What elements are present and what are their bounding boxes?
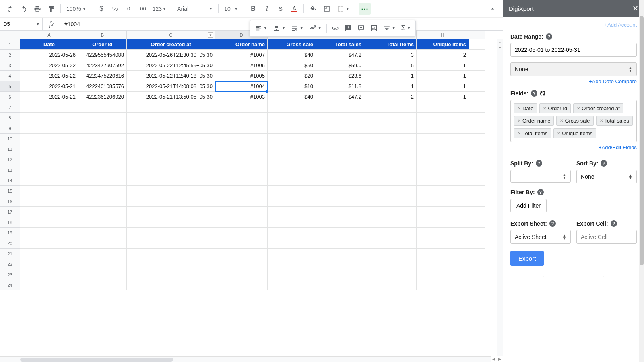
empty-cell[interactable]: [20, 165, 78, 175]
empty-cell[interactable]: [215, 196, 268, 207]
empty-cell[interactable]: [316, 238, 364, 249]
empty-cell[interactable]: [268, 196, 316, 207]
print-button[interactable]: [31, 3, 43, 15]
empty-cell[interactable]: [127, 102, 215, 113]
row-header[interactable]: 22: [0, 259, 20, 269]
column-header[interactable]: C▼: [127, 31, 215, 39]
empty-cell[interactable]: [78, 280, 127, 290]
data-cell[interactable]: 2022-05-26: [20, 50, 78, 60]
empty-cell[interactable]: [417, 113, 469, 123]
font-family-select[interactable]: Arial▼: [175, 6, 215, 12]
empty-cell[interactable]: [417, 123, 469, 134]
data-cell[interactable]: 1: [417, 81, 469, 92]
field-chip[interactable]: ✕Order name: [514, 116, 554, 126]
row-header[interactable]: 13: [0, 165, 20, 175]
empty-cell[interactable]: [364, 134, 417, 144]
empty-cell[interactable]: [364, 175, 417, 186]
empty-cell[interactable]: [316, 228, 364, 238]
empty-cell[interactable]: [316, 123, 364, 134]
help-icon[interactable]: ?: [531, 90, 537, 97]
empty-cell[interactable]: [364, 249, 417, 259]
empty-cell[interactable]: [364, 123, 417, 134]
empty-cell[interactable]: [364, 186, 417, 196]
empty-cell[interactable]: [20, 238, 78, 249]
empty-cell[interactable]: [127, 196, 215, 207]
empty-cell[interactable]: [364, 207, 417, 217]
empty-cell[interactable]: [215, 186, 268, 196]
link-button[interactable]: [329, 22, 341, 34]
borders-button[interactable]: [321, 3, 333, 15]
merge-cells-button[interactable]: ▼: [334, 5, 352, 12]
empty-cell[interactable]: [215, 217, 268, 228]
empty-cell[interactable]: [127, 134, 215, 144]
empty-cell[interactable]: [215, 123, 268, 134]
empty-cell[interactable]: [78, 113, 127, 123]
rotate-button[interactable]: ▼: [307, 25, 324, 32]
empty-cell[interactable]: [268, 134, 316, 144]
empty-cell[interactable]: [316, 196, 364, 207]
undo-button[interactable]: [4, 3, 16, 15]
data-cell[interactable]: 2022-05-21T13:50:05+05:30: [127, 92, 215, 102]
empty-cell[interactable]: [78, 144, 127, 154]
empty-cell[interactable]: [268, 175, 316, 186]
fill-color-button[interactable]: [307, 3, 319, 15]
data-cell[interactable]: 2022-05-22: [20, 60, 78, 71]
empty-cell[interactable]: [20, 123, 78, 134]
row-header[interactable]: 10: [0, 134, 20, 144]
empty-cell[interactable]: [316, 186, 364, 196]
empty-cell[interactable]: [316, 280, 364, 290]
empty-cell[interactable]: [127, 207, 215, 217]
data-cell[interactable]: 2022-05-21: [20, 81, 78, 92]
empty-cell[interactable]: [268, 238, 316, 249]
empty-cell[interactable]: [20, 207, 78, 217]
column-header[interactable]: A: [20, 31, 78, 39]
empty-cell[interactable]: [20, 102, 78, 113]
add-date-compare-link[interactable]: +Add Date Compare: [589, 78, 637, 84]
split-by-select[interactable]: ▲▼: [510, 170, 571, 183]
data-cell[interactable]: 4229555454088: [78, 50, 127, 60]
functions-button[interactable]: Σ▼: [399, 24, 413, 32]
empty-cell[interactable]: [215, 259, 268, 269]
chip-remove-icon[interactable]: ✕: [557, 131, 560, 136]
empty-cell[interactable]: [215, 134, 268, 144]
empty-cell[interactable]: [316, 102, 364, 113]
empty-cell[interactable]: [20, 144, 78, 154]
empty-cell[interactable]: [268, 259, 316, 269]
empty-cell[interactable]: [78, 175, 127, 186]
empty-cell[interactable]: [364, 196, 417, 207]
empty-cell[interactable]: [316, 217, 364, 228]
empty-cell[interactable]: [127, 165, 215, 175]
empty-cell[interactable]: [127, 175, 215, 186]
data-cell[interactable]: #1004: [215, 81, 268, 92]
data-cell[interactable]: #1006: [215, 60, 268, 71]
scroll-up-icon[interactable]: ▲: [497, 39, 503, 45]
data-cell[interactable]: 2022-05-22: [20, 71, 78, 81]
decrease-decimal-button[interactable]: .0: [123, 3, 135, 15]
add-account-link[interactable]: +Add Account: [604, 22, 637, 28]
empty-cell[interactable]: [20, 228, 78, 238]
data-cell[interactable]: $10: [268, 81, 316, 92]
spreadsheet-grid[interactable]: ABC▼DEFGH1DateOrder IdOrder created atOr…: [0, 31, 503, 290]
empty-cell[interactable]: [78, 228, 127, 238]
scroll-down-icon[interactable]: ▼: [497, 45, 503, 51]
row-header[interactable]: 4: [0, 71, 20, 81]
empty-cell[interactable]: [20, 154, 78, 165]
empty-cell[interactable]: [316, 207, 364, 217]
empty-cell[interactable]: [20, 259, 78, 269]
empty-cell[interactable]: [127, 186, 215, 196]
field-chip[interactable]: ✕Gross sale: [556, 116, 593, 126]
data-cell[interactable]: 2022-05-21T14:08:08+05:30: [127, 81, 215, 92]
empty-cell[interactable]: [417, 259, 469, 269]
empty-cell[interactable]: [364, 165, 417, 175]
increase-decimal-button[interactable]: .00: [136, 3, 149, 15]
row-header[interactable]: 3: [0, 60, 20, 71]
empty-cell[interactable]: [417, 249, 469, 259]
empty-cell[interactable]: [417, 228, 469, 238]
row-header[interactable]: 18: [0, 217, 20, 228]
empty-cell[interactable]: [20, 217, 78, 228]
empty-cell[interactable]: [316, 113, 364, 123]
empty-cell[interactable]: [316, 175, 364, 186]
empty-cell[interactable]: [78, 269, 127, 280]
empty-cell[interactable]: [417, 186, 469, 196]
empty-cell[interactable]: [78, 165, 127, 175]
